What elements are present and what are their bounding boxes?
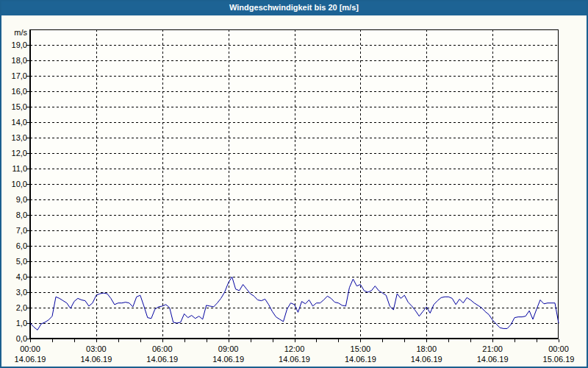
x-axis-date-label: 14.06.19 xyxy=(345,355,376,364)
x-axis-date-label: 14.06.19 xyxy=(411,355,442,364)
chart-title: Windgeschwindigkeit bis 20 [m/s] xyxy=(229,3,359,12)
x-axis-date-label: 14.06.19 xyxy=(15,355,46,364)
y-axis-tick-label: 0,0 xyxy=(16,334,27,343)
y-axis-tick-label: 10,0 xyxy=(12,180,27,188)
x-axis-time-label: 12:00 xyxy=(284,344,305,353)
y-axis-tick-label: 3,0 xyxy=(16,288,27,297)
x-axis-date-label: 14.06.19 xyxy=(146,355,178,364)
x-axis-date-label: 14.06.19 xyxy=(80,355,112,364)
x-axis-date-label: 14.06.19 xyxy=(212,355,244,364)
y-axis-tick-label: 14,0 xyxy=(12,118,27,127)
x-axis-time-label: 21:00 xyxy=(482,344,503,353)
x-axis-time-label: 06:00 xyxy=(152,344,173,353)
y-axis-tick-label: 16,0 xyxy=(12,87,27,96)
wind-speed-plot: m/s0,01,02,03,04,05,06,07,08,09,010,011,… xyxy=(0,0,588,368)
x-axis-time-label: 00:00 xyxy=(548,344,569,353)
y-axis-tick-label: 17,0 xyxy=(12,71,27,80)
y-axis-tick-label: 4,0 xyxy=(16,272,27,281)
y-axis-tick-label: 5,0 xyxy=(16,257,27,266)
x-axis-time-label: 18:00 xyxy=(416,344,437,353)
y-axis-tick-label: 12,0 xyxy=(12,149,27,158)
y-axis-tick-label: 18,0 xyxy=(12,56,27,65)
x-axis-time-label: 03:00 xyxy=(86,344,107,353)
wind-speed-chart: m/s0,01,02,03,04,05,06,07,08,09,010,011,… xyxy=(0,0,588,368)
x-axis-date-label: 15.06.19 xyxy=(543,355,575,364)
y-axis-tick-label: 9,0 xyxy=(16,195,27,204)
y-axis-tick-label: 1,0 xyxy=(16,319,27,328)
y-axis-tick-label: 6,0 xyxy=(16,241,27,250)
x-axis-date-label: 14.06.19 xyxy=(279,355,310,364)
y-axis-tick-label: 2,0 xyxy=(16,303,27,312)
x-axis-time-label: 09:00 xyxy=(218,344,239,353)
y-axis-tick-label: 8,0 xyxy=(16,210,27,219)
y-axis-tick-label: 7,0 xyxy=(16,226,27,235)
x-axis-date-label: 14.06.19 xyxy=(477,355,509,364)
chart-title-bar: Windgeschwindigkeit bis 20 [m/s] xyxy=(0,0,588,15)
plot-background xyxy=(30,29,559,339)
y-axis-tick-label: 15,0 xyxy=(12,102,27,111)
y-axis-tick-label: 19,0 xyxy=(12,40,27,49)
y-axis-unit-label: m/s xyxy=(14,28,27,37)
x-axis-time-label: 15:00 xyxy=(351,344,371,353)
y-axis-tick-label: 11,0 xyxy=(12,164,27,173)
y-axis-tick-label: 13,0 xyxy=(12,133,27,142)
x-axis-time-label: 00:00 xyxy=(20,344,40,353)
